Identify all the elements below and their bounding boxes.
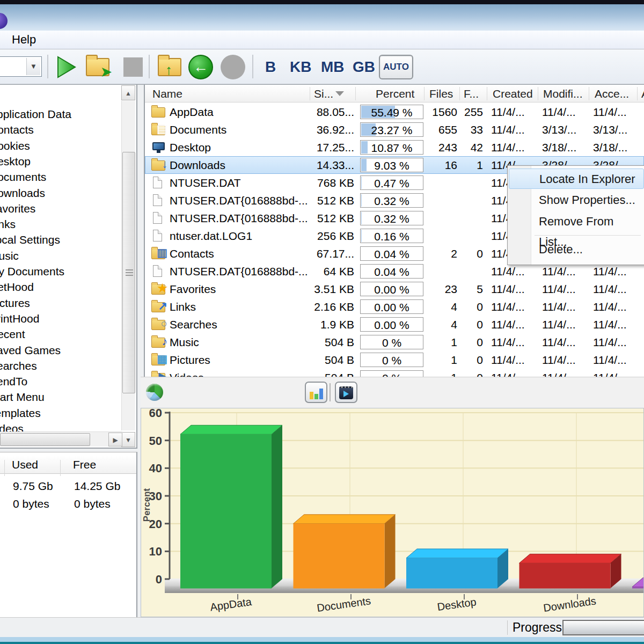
- column-header-created[interactable]: Created: [493, 85, 533, 103]
- cell-created: 11/4/...: [491, 333, 525, 351]
- table-row-music[interactable]: ♪Music504 B0 %1011/4/...11/4/...11/4/...: [145, 333, 644, 351]
- tree-item-favorites[interactable]: Favorites: [0, 201, 121, 216]
- stop-icon: [123, 57, 143, 77]
- percent-text: 0.47 %: [361, 174, 423, 192]
- stop-button[interactable]: [119, 54, 147, 80]
- tree-item-searches[interactable]: Searches: [0, 358, 121, 374]
- cell-folders: 5: [460, 280, 483, 298]
- folder-up-button[interactable]: ↑: [156, 54, 184, 80]
- tree-item-desktop[interactable]: Desktop: [0, 153, 121, 169]
- tree-item-local-settings[interactable]: Local Settings: [0, 232, 121, 247]
- export-chart-button[interactable]: [335, 382, 357, 403]
- context-menu-item-show-properties[interactable]: Show Properties...: [509, 190, 644, 210]
- scroll-right-button[interactable]: ▶: [108, 433, 122, 447]
- table-row-searches[interactable]: ○Searches1.9 KB0.00 %4011/4/...11/4/...1…: [145, 316, 644, 333]
- combobox-dropdown-button[interactable]: ▼: [26, 58, 40, 75]
- column-header-modifi[interactable]: Modifi...: [543, 85, 583, 103]
- tree-item-downloads[interactable]: Downloads: [0, 185, 121, 201]
- usage-col-free[interactable]: Free: [73, 456, 96, 474]
- tree-item-nethood[interactable]: NetHood: [0, 279, 121, 295]
- column-header-percent[interactable]: Percent: [376, 85, 414, 103]
- unit-gb-button[interactable]: GB: [353, 56, 375, 78]
- tree-item-documents[interactable]: Documents: [0, 169, 121, 185]
- usage-value: 9.75 Gb: [13, 477, 53, 495]
- tree-item-links[interactable]: Links: [0, 216, 121, 232]
- cell-percent-bar: 0 %: [360, 353, 423, 367]
- percent-text: 0.32 %: [361, 210, 423, 228]
- horizontal-scroll-thumb[interactable]: [0, 433, 90, 446]
- tree-item-sendto[interactable]: SendTo: [0, 374, 121, 389]
- unit-kb-button[interactable]: KB: [290, 56, 311, 78]
- tree-item-start-menu[interactable]: Start Menu: [0, 389, 121, 405]
- up-arrow: ↑: [165, 62, 172, 78]
- tree-item-music[interactable]: Music: [0, 248, 121, 264]
- tree-item-printhood[interactable]: PrintHood: [0, 311, 121, 326]
- unit-mb-button[interactable]: MB: [321, 56, 345, 78]
- column-header-name[interactable]: Name: [152, 85, 182, 103]
- cell-files: 1: [425, 351, 457, 369]
- usage-col-used[interactable]: Used: [12, 456, 38, 474]
- forward-button[interactable]: [219, 54, 247, 80]
- cell-accessed: 11/4/...: [593, 280, 627, 298]
- table-row-desktop[interactable]: Desktop17.25...10.87 %2434211/4/...3/18/…: [145, 138, 644, 156]
- tree-horizontal-scrollbar[interactable]: ▶: [0, 431, 122, 447]
- tree-item-application-data[interactable]: Application Data: [0, 106, 121, 122]
- pie-chart-view-button[interactable]: [146, 384, 163, 401]
- vertical-scroll-thumb[interactable]: [122, 152, 135, 393]
- cell-accessed: 11/4/...: [593, 316, 627, 333]
- cell-modified: 11/4/...: [542, 333, 576, 351]
- tree-item-cookies[interactable]: Cookies: [0, 138, 121, 153]
- open-folder-arrow: ➤: [101, 64, 112, 79]
- path-combobox[interactable]: ▼: [0, 56, 42, 77]
- table-row-appdata[interactable]: AppData88.05...55.49 %156025511/4/...11/…: [145, 103, 644, 121]
- table-row-links[interactable]: ↗Links2.16 KB0.00 %4011/4/...11/4/...11/…: [145, 298, 644, 316]
- folder-down-icon: ↓: [151, 158, 166, 171]
- tree-vertical-scrollbar[interactable]: ▲ ▼: [121, 101, 135, 430]
- tree-item-saved-games[interactable]: Saved Games: [0, 342, 121, 358]
- column-header-acce[interactable]: Acce...: [595, 85, 629, 103]
- open-folder-button[interactable]: ➤: [84, 54, 112, 80]
- tree-item-my-documents[interactable]: My Documents: [0, 264, 121, 279]
- svg-text:50: 50: [149, 434, 162, 448]
- thumb-grip: [126, 272, 133, 273]
- table-row-documents[interactable]: ▤Documents36.92...23.27 %6553311/4/...3/…: [145, 121, 644, 138]
- toolbar-separator: [47, 55, 48, 78]
- context-menu-item-delete[interactable]: Delete...: [509, 239, 644, 260]
- unit-bytes-button[interactable]: B: [265, 56, 276, 78]
- header-divider: [459, 87, 460, 100]
- cell-percent-bar: 0.16 %: [360, 229, 423, 243]
- table-row-pictures[interactable]: ▦Pictures504 B0 %1011/4/...11/4/...11/4/…: [145, 351, 644, 369]
- cell-size: 504 B: [303, 333, 354, 351]
- scroll-down-button[interactable]: ▼: [121, 432, 135, 447]
- cell-size: 768 KB: [303, 174, 354, 192]
- percent-text: 0.00 %: [361, 298, 423, 316]
- tree-item-pictures[interactable]: Pictures: [0, 295, 121, 311]
- tree-item-contacts[interactable]: Contacts: [0, 122, 121, 137]
- menu-help[interactable]: Help: [8, 31, 40, 49]
- cell-created: 11/4/...: [491, 280, 525, 298]
- column-header-files[interactable]: Files: [429, 85, 453, 103]
- tree-item-templates[interactable]: Templates: [0, 405, 121, 421]
- cell-size: 3.51 KB: [303, 280, 354, 298]
- column-header-a[interactable]: A: [641, 85, 644, 103]
- table-row-favorites[interactable]: ★Favorites3.51 KB0.00 %23511/4/...11/4/.…: [145, 280, 644, 298]
- back-button[interactable]: ←: [187, 54, 215, 80]
- start-scan-button[interactable]: [52, 54, 79, 80]
- column-header-f[interactable]: F...: [464, 85, 479, 103]
- context-menu-item-remove-from-list[interactable]: Remove From List...: [509, 211, 644, 232]
- cell-folders: 0: [460, 351, 483, 369]
- cell-modified: 11/4/...: [542, 351, 576, 369]
- bar-chart-view-button[interactable]: [305, 382, 327, 403]
- chart-canvas: 0102030405060AppDataDocumentsDesktopDown…: [141, 408, 644, 617]
- column-header-si[interactable]: Si...: [314, 85, 333, 103]
- context-menu-item-locate-in-explorer[interactable]: Locate In Explorer: [509, 169, 644, 189]
- cell-size: 14.33...: [303, 156, 354, 174]
- scroll-up-button[interactable]: ▲: [121, 85, 135, 100]
- table-row-videos[interactable]: ▶Videos504 B0 %1011/4/...11/4/...11/4/..…: [145, 369, 644, 377]
- cell-created: 11/4/...: [491, 369, 525, 377]
- unit-auto-button[interactable]: AUTO: [379, 55, 413, 79]
- tree-item-recent[interactable]: Recent: [0, 326, 121, 342]
- cell-name: ntuser.dat.LOG1: [170, 227, 252, 245]
- cell-accessed: 11/4/...: [593, 298, 627, 316]
- svg-text:Desktop: Desktop: [436, 596, 477, 613]
